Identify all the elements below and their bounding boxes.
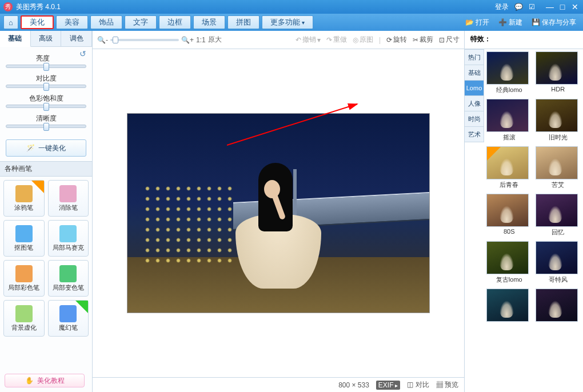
fx-label: HDR [536, 85, 581, 95]
folder-icon: 📂 [465, 18, 473, 26]
checkbox-icon[interactable]: ☑ [529, 3, 535, 11]
tab-frame[interactable]: 边框 [159, 15, 191, 29]
redo-button[interactable]: ↷重做 [326, 35, 347, 45]
close-button[interactable]: ✕ [570, 2, 580, 11]
fx-item-旧时光[interactable]: 旧时光 [536, 99, 581, 144]
undo-button[interactable]: ↶撤销▾ [296, 35, 321, 45]
tab-scene[interactable]: 场景 [193, 15, 225, 29]
orig-button[interactable]: ◎原图 [353, 35, 373, 45]
brush-icon [59, 185, 77, 202]
fx-item-more[interactable] [536, 289, 581, 325]
brush-消除笔[interactable]: 消除笔 [48, 180, 89, 217]
sharpen-label: 清晰度 [6, 114, 86, 123]
fx-label: 苦艾 [536, 179, 581, 191]
brush-label: 消除笔 [59, 203, 78, 212]
canvas[interactable] [93, 49, 464, 377]
fx-item-经典lomo[interactable]: 经典lomo [486, 51, 532, 97]
save-icon: 💾 [532, 18, 540, 26]
subtab-basic[interactable]: 基础 [0, 31, 31, 47]
tab-retouch[interactable]: 美容 [56, 15, 88, 29]
brush-抠图笔[interactable]: 抠图笔 [3, 220, 45, 257]
brush-header: 各种画笔 [0, 161, 92, 177]
reset-icon[interactable]: ↺ [79, 49, 86, 58]
fx-item-苦艾[interactable]: 苦艾 [536, 146, 581, 191]
subtab-advanced[interactable]: 高级 [31, 31, 62, 46]
fx-item-回忆[interactable]: 回忆 [536, 194, 581, 239]
tab-collage[interactable]: 拼图 [227, 15, 259, 29]
crop-button[interactable]: ✂裁剪 [413, 35, 433, 45]
home-tab[interactable]: ⌂ [3, 15, 18, 29]
sharpen-slider[interactable] [6, 125, 86, 128]
saturation-label: 色彩饱和度 [6, 94, 86, 103]
new-button[interactable]: ➕新建 [495, 18, 526, 27]
brush-局部变色笔[interactable]: 局部变色笔 [48, 260, 89, 297]
fx-item-80S[interactable]: 80S [486, 194, 532, 239]
login-link[interactable]: 登录 [495, 2, 509, 12]
saturation-slider[interactable] [6, 105, 86, 108]
brush-背景虚化[interactable]: 背景虚化 [3, 300, 45, 337]
brightness-label: 亮度 [6, 54, 86, 63]
tab-beautify[interactable]: 美化 [21, 15, 54, 29]
brush-魔幻笔[interactable]: 魔幻笔 [48, 300, 89, 337]
fx-label [536, 322, 581, 325]
canvas-toolbar: 🔍‑ 🔍+ 1:1 原大 ↶撤销▾ ↷重做 ◎原图 | ⟳旋转 ✂裁剪 ⊡尺寸 [93, 31, 464, 49]
photo [127, 113, 430, 313]
zoom-slider[interactable] [110, 39, 179, 41]
open-button[interactable]: 📂打开 [462, 18, 493, 27]
fx-label: 哥特风 [536, 274, 581, 286]
rotate-button[interactable]: ⟳旋转 [386, 35, 407, 45]
brush-icon [15, 265, 33, 282]
fx-cat-艺术[interactable]: 艺术 [465, 126, 484, 142]
zoom-in-icon[interactable]: 🔍+ [181, 36, 194, 44]
brush-label: 局部变色笔 [53, 283, 84, 292]
fx-item-复古lomo[interactable]: 复古lomo [486, 241, 532, 286]
brush-icon [15, 185, 33, 202]
subtab-color[interactable]: 调色 [61, 31, 92, 46]
titlebar: 秀 美图秀秀 4.0.1 登录 💬 ☑ — □ ✕ [0, 0, 583, 14]
zoom-ratio[interactable]: 1:1 [196, 36, 206, 44]
fx-item-后青春[interactable]: 后青春 [486, 146, 532, 191]
zoom-origsize[interactable]: 原大 [208, 35, 222, 45]
fx-cat-Lomo[interactable]: Lomo [465, 80, 484, 96]
contrast-label: 对比度 [6, 74, 86, 83]
brush-label: 涂鸦笔 [14, 203, 33, 212]
brightness-slider[interactable] [6, 65, 86, 68]
contrast-slider[interactable] [6, 85, 86, 88]
tab-text[interactable]: 文字 [125, 15, 157, 29]
brush-icon [15, 225, 33, 242]
brush-局部马赛克[interactable]: 局部马赛克 [48, 220, 89, 257]
brush-icon [59, 305, 77, 322]
feedback-icon[interactable]: 💬 [514, 3, 523, 11]
save-button[interactable]: 💾保存与分享 [528, 18, 580, 27]
image-dimensions: 800 × 533 [338, 381, 369, 389]
auto-beautify-button[interactable]: 🪄一键美化 [6, 139, 86, 157]
app-logo: 秀 [3, 2, 13, 11]
fx-label [486, 322, 532, 325]
effects-title: 特效： [465, 31, 583, 49]
fx-item-哥特风[interactable]: 哥特风 [536, 241, 581, 286]
fx-item-摇滚[interactable]: 摇滚 [486, 99, 532, 144]
brush-涂鸦笔[interactable]: 涂鸦笔 [3, 180, 45, 217]
zoom-out-icon[interactable]: 🔍‑ [97, 36, 108, 44]
fx-label: 80S [486, 227, 532, 237]
fx-cat-基础[interactable]: 基础 [465, 65, 484, 81]
maximize-button[interactable]: □ [558, 2, 567, 11]
effects-panel: 特效： 热门基础Lomo人像时尚艺术 经典lomoHDR摇滚旧时光后青春苦艾80… [464, 31, 583, 392]
fx-item-more[interactable] [486, 289, 532, 325]
minimize-button[interactable]: — [545, 2, 554, 11]
brush-label: 局部马赛克 [53, 243, 84, 252]
tutorial-button[interactable]: ✋美化教程 [5, 374, 85, 387]
fx-cat-人像[interactable]: 人像 [465, 95, 484, 111]
plus-icon: ➕ [498, 18, 506, 26]
fx-cat-时尚[interactable]: 时尚 [465, 111, 484, 127]
fx-item-HDR[interactable]: HDR [536, 51, 581, 97]
preview-button[interactable]: ▦ 预览 [436, 380, 458, 390]
exif-tag[interactable]: EXIF ▸ [376, 381, 400, 390]
brush-局部彩色笔[interactable]: 局部彩色笔 [3, 260, 45, 297]
tab-more[interactable]: 更多功能 [262, 15, 313, 29]
compare-button[interactable]: ◫ 对比 [407, 380, 429, 390]
hand-icon: ✋ [25, 377, 34, 385]
tab-accessory[interactable]: 饰品 [90, 15, 122, 29]
size-button[interactable]: ⊡尺寸 [439, 35, 460, 45]
fx-cat-热门[interactable]: 热门 [465, 49, 484, 65]
